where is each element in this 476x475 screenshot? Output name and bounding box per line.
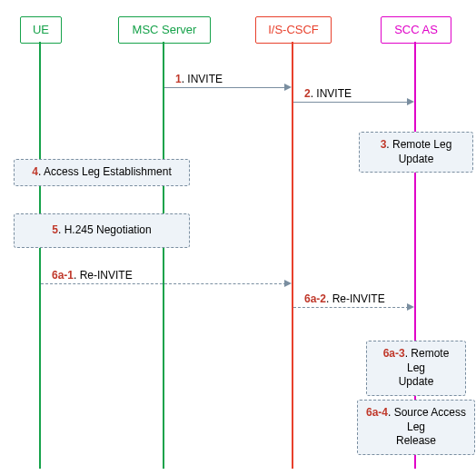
lifeline-cscf: [292, 42, 293, 469]
msg1-arrow: [164, 87, 286, 88]
msg1-label: 1. INVITE: [175, 73, 223, 85]
msg2-head: [407, 98, 414, 105]
msg6a2-arrow: [293, 307, 409, 308]
lifeline-ue: [39, 42, 41, 469]
msg2-label: 2. INVITE: [304, 87, 352, 100]
participant-msc: MSC Server: [118, 16, 211, 44]
note-remote-leg-update-6a3: 6a-3. Remote Leg Update: [366, 341, 466, 396]
participant-scc: SCC AS: [381, 16, 451, 44]
msg6a1-label: 6a-1. Re-INVITE: [52, 269, 133, 282]
participant-ue: UE: [20, 16, 62, 44]
msg1-head: [284, 84, 292, 91]
msg6a1-head: [284, 280, 292, 287]
note-h245-negotiation: 5. H.245 Negotiation: [14, 213, 190, 248]
msg6a1-arrow: [41, 283, 286, 284]
msg2-arrow: [293, 102, 409, 103]
note-access-leg-establishment: 4. Access Leg Establishment: [14, 159, 190, 186]
note-remote-leg-update-3: 3. Remote Leg Update: [359, 132, 473, 173]
msg6a2-label: 6a-2. Re-INVITE: [304, 292, 385, 305]
lifeline-msc: [163, 42, 164, 469]
participant-cscf: I/S-CSCF: [255, 16, 332, 44]
sequence-diagram: UE MSC Server I/S-CSCF SCC AS 1. INVITE …: [0, 0, 476, 475]
msg6a2-head: [407, 303, 414, 311]
note-source-access-leg-release: 6a-4. Source Access Leg Release: [357, 400, 475, 455]
